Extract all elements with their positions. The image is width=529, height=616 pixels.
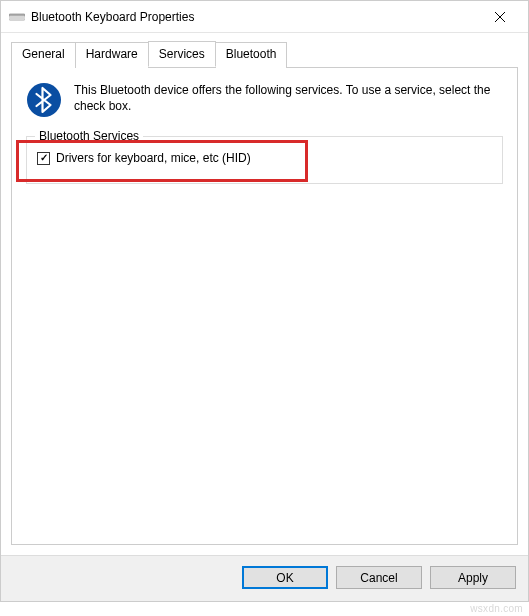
- svg-rect-1: [9, 16, 25, 20]
- properties-dialog: Bluetooth Keyboard Properties General Ha…: [0, 0, 529, 602]
- dialog-button-row: OK Cancel Apply: [1, 555, 528, 601]
- device-icon: [9, 9, 25, 25]
- services-panel: This Bluetooth device offers the followi…: [11, 67, 518, 545]
- tab-services[interactable]: Services: [148, 41, 216, 67]
- tab-hardware[interactable]: Hardware: [75, 42, 149, 68]
- close-button[interactable]: [480, 3, 520, 31]
- group-label: Bluetooth Services: [35, 129, 143, 143]
- apply-button[interactable]: Apply: [430, 566, 516, 589]
- bluetooth-icon: [26, 82, 62, 118]
- info-text: This Bluetooth device offers the followi…: [74, 82, 503, 114]
- tab-general[interactable]: General: [11, 42, 76, 68]
- content-area: General Hardware Services Bluetooth This…: [1, 33, 528, 555]
- tab-bluetooth[interactable]: Bluetooth: [215, 42, 288, 68]
- cancel-button[interactable]: Cancel: [336, 566, 422, 589]
- window-title: Bluetooth Keyboard Properties: [31, 10, 480, 24]
- tab-strip: General Hardware Services Bluetooth: [11, 41, 518, 67]
- info-row: This Bluetooth device offers the followi…: [26, 82, 503, 118]
- watermark: wsxdn.com: [470, 603, 523, 614]
- hid-checkbox-label: Drivers for keyboard, mice, etc (HID): [56, 151, 251, 165]
- titlebar: Bluetooth Keyboard Properties: [1, 1, 528, 33]
- ok-button[interactable]: OK: [242, 566, 328, 589]
- bluetooth-services-group: Bluetooth Services Drivers for keyboard,…: [26, 136, 503, 184]
- hid-checkbox[interactable]: [37, 152, 50, 165]
- service-row-hid: Drivers for keyboard, mice, etc (HID): [37, 151, 492, 165]
